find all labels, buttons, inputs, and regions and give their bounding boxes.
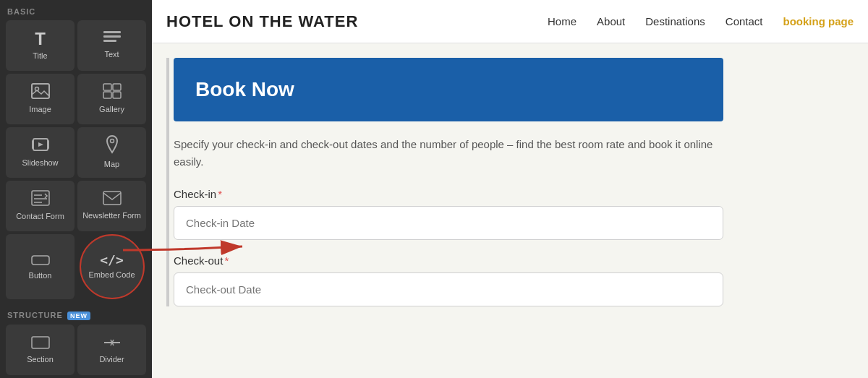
checkout-form-group: Check-out* <box>174 254 723 306</box>
svg-rect-7 <box>103 92 111 98</box>
checkin-label: Check-in* <box>174 188 723 200</box>
embed-code-label: Embed Code <box>88 270 135 280</box>
checkin-input[interactable] <box>174 206 723 240</box>
svg-rect-19 <box>32 337 49 348</box>
svg-point-12 <box>110 139 114 143</box>
svg-rect-3 <box>32 84 49 98</box>
embed-code-icon: </> <box>100 254 124 267</box>
svg-rect-11 <box>47 140 49 149</box>
widget-button[interactable]: Button <box>6 234 75 299</box>
newsletter-icon <box>103 191 122 207</box>
checkout-label: Check-out* <box>174 254 723 267</box>
widget-contact-form[interactable]: Contact Form <box>6 181 75 231</box>
svg-rect-13 <box>32 191 49 205</box>
svg-rect-1 <box>103 35 121 38</box>
divider-icon <box>103 336 122 351</box>
widget-title[interactable]: T Title <box>6 20 75 71</box>
svg-rect-5 <box>103 84 111 90</box>
nav-links: Home About Destinations Contact booking … <box>548 15 854 27</box>
svg-rect-8 <box>113 92 121 98</box>
gallery-label: Gallery <box>99 105 124 114</box>
nav-bar: HOTEL ON THE WATER Home About Destinatio… <box>152 0 868 43</box>
description-text: Specify your check-in and check-out date… <box>174 136 723 171</box>
section-icon <box>31 336 50 351</box>
widget-embed-code[interactable]: </> Embed Code <box>80 234 145 299</box>
svg-rect-18 <box>32 256 49 265</box>
text-label: Text <box>104 50 119 59</box>
content-inner: Book Now Specify your check-in and check… <box>174 58 723 306</box>
text-icon <box>103 31 121 46</box>
title-label: Title <box>33 51 47 61</box>
widget-newsletter-form[interactable]: Newsletter Form <box>77 181 146 231</box>
widget-section[interactable]: Section <box>6 325 75 375</box>
widget-image[interactable]: Image <box>6 74 75 124</box>
svg-rect-6 <box>113 84 121 90</box>
contact-form-label: Contact Form <box>16 212 64 221</box>
map-icon <box>104 135 120 156</box>
image-icon <box>31 83 50 101</box>
nav-link-destinations[interactable]: Destinations <box>645 15 705 27</box>
book-now-banner: Book Now <box>174 58 723 121</box>
divider-label: Divider <box>99 355 124 364</box>
checkout-required: * <box>224 254 229 267</box>
button-label: Button <box>29 271 52 280</box>
svg-rect-2 <box>103 40 116 42</box>
nav-link-contact[interactable]: Contact <box>726 15 763 27</box>
slideshow-label: Slideshow <box>22 158 58 168</box>
widget-slideshow[interactable]: Slideshow <box>6 127 75 178</box>
nav-link-about[interactable]: About <box>597 15 625 27</box>
contact-form-icon <box>31 190 50 208</box>
site-title: HOTEL ON THE WATER <box>166 12 358 31</box>
section-label: Section <box>27 355 54 364</box>
left-panel: BASIC T Title Text Image Gallery <box>0 0 152 378</box>
checkin-required: * <box>218 188 222 200</box>
widget-gallery[interactable]: Gallery <box>77 74 146 124</box>
basic-section-label: BASIC <box>0 0 152 20</box>
main-area: HOTEL ON THE WATER Home About Destinatio… <box>152 0 868 378</box>
basic-widget-grid: T Title Text Image Gallery Slidesh <box>0 20 152 304</box>
newsletter-form-label: Newsletter Form <box>82 211 141 220</box>
nav-link-home[interactable]: Home <box>548 15 576 27</box>
new-badge: NEW <box>67 312 90 320</box>
map-label: Map <box>104 160 119 169</box>
checkin-form-group: Check-in* <box>174 188 723 240</box>
title-icon: T <box>35 30 46 48</box>
slideshow-icon <box>31 137 50 155</box>
button-icon <box>31 253 50 267</box>
svg-rect-0 <box>103 31 121 33</box>
structure-section-label: STRUCTURE NEW <box>0 304 152 325</box>
structure-widget-grid: Section Divider <box>0 325 152 378</box>
left-border-decoration <box>166 58 169 306</box>
widget-divider[interactable]: Divider <box>77 325 146 375</box>
svg-rect-10 <box>32 140 34 149</box>
page-content: Book Now Specify your check-in and check… <box>152 43 868 378</box>
widget-text[interactable]: Text <box>77 20 146 71</box>
image-label: Image <box>29 105 51 114</box>
widget-map[interactable]: Map <box>77 127 146 178</box>
gallery-icon <box>103 83 122 101</box>
nav-link-booking[interactable]: booking page <box>783 15 854 27</box>
checkout-input[interactable] <box>174 272 723 306</box>
svg-rect-17 <box>103 192 121 205</box>
